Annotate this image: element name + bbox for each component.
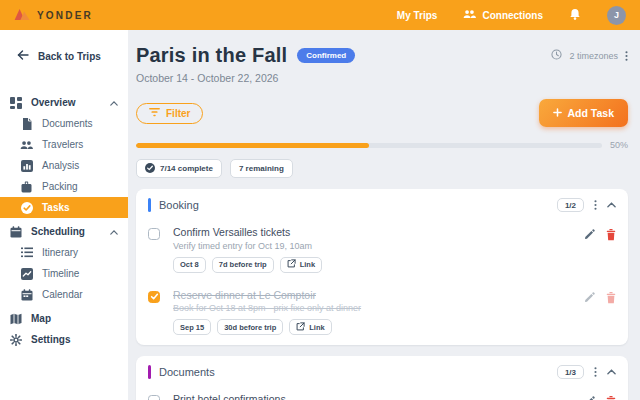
task-title: Print hotel confirmations [173,393,584,400]
edit-task-button[interactable] [584,292,595,303]
delete-task-button[interactable] [606,229,616,241]
task-title: Confirm Versailles tickets [173,226,584,238]
task-link-badge[interactable]: Link [289,319,331,335]
sidebar-nav: Overview Documents Travelers [0,92,128,350]
arrow-left-icon [17,50,29,62]
section-title: Booking [159,199,199,211]
sidebar-item-settings[interactable]: Settings [0,329,128,350]
edit-task-button[interactable] [584,396,595,400]
section-count-badge: 1/3 [557,365,584,379]
section-collapse-button[interactable] [607,369,616,375]
complete-badge: 7/14 complete [136,159,222,178]
main-content: Paris in the Fall Confirmed 2 timezones … [128,30,640,400]
progress-bar: 50% [136,140,628,150]
plus-icon [553,107,562,119]
task-checkbox[interactable] [148,395,160,400]
map-icon [9,313,22,325]
section-accent-bar [148,365,151,379]
section-collapse-button[interactable] [607,202,616,208]
header-kebab-menu[interactable] [625,50,628,62]
section-card-booking: Booking 1/2 Confirm Versailles tickets [136,189,628,345]
task-reminder-badge: 7d before trip [212,257,274,273]
task-row: Reserve dinner at Le Comptoir Book for O… [136,280,628,343]
add-task-button[interactable]: Add Task [539,99,628,127]
trip-dates: October 14 - October 22, 2026 [136,72,628,84]
people-icon [20,140,33,150]
sidebar-item-timeline[interactable]: Timeline [0,263,128,284]
sidebar-item-analysis[interactable]: Analysis [0,155,128,176]
chevron-up-icon [110,226,118,237]
task-date-badge: Sep 15 [173,319,211,335]
back-to-trips-button[interactable]: Back to Trips [0,46,128,66]
briefcase-icon [20,181,33,193]
nav-my-trips[interactable]: My Trips [397,10,438,21]
sidebar-item-map[interactable]: Map [0,308,128,329]
gear-icon [9,334,22,346]
timeline-icon [20,268,33,280]
people-icon [463,9,476,21]
brand-name: YONDER [37,10,93,21]
task-checkbox-checked[interactable] [148,291,160,303]
progress-track [136,143,602,148]
section-card-documents: Documents 1/3 Print hotel confirmations [136,356,628,400]
timezones-label: 2 timezones [569,51,618,61]
chart-icon [20,160,33,172]
calendar-icon [20,289,33,301]
edit-task-button[interactable] [584,229,595,240]
sidebar-item-travelers[interactable]: Travelers [0,134,128,155]
task-date-badge: Oct 8 [173,257,206,273]
nav-connections[interactable]: Connections [463,9,543,21]
task-row: Print hotel confirmations Print backup c… [136,384,628,400]
bell-icon [569,8,581,23]
sidebar-item-tasks[interactable]: Tasks [0,197,128,218]
notifications-button[interactable] [569,8,581,23]
task-title: Reserve dinner at Le Comptoir [173,289,584,301]
delete-task-button[interactable] [606,396,616,400]
sidebar-item-itinerary[interactable]: Itinerary [0,242,128,263]
mountain-logo-icon [14,6,30,24]
sidebar-item-overview[interactable]: Overview [0,92,128,113]
external-link-icon [287,259,296,270]
calendar-icon [9,226,22,238]
sidebar-item-documents[interactable]: Documents [0,113,128,134]
progress-fill [136,143,369,148]
task-checkbox[interactable] [148,228,160,240]
funnel-icon [149,108,160,119]
section-kebab-menu[interactable] [594,199,597,211]
task-description: Book for Oct 18 at 8pm - prix fixe only … [173,303,584,313]
check-circle-icon [20,202,33,214]
list-icon [20,247,33,258]
section-count-badge: 1/2 [557,198,584,212]
file-icon [20,118,33,130]
brand: YONDER [14,6,93,24]
task-description: Verify timed entry for Oct 19, 10am [173,241,584,251]
dashboard-grid-icon [9,97,22,109]
section-kebab-menu[interactable] [594,366,597,378]
progress-percent: 50% [610,140,628,150]
avatar[interactable]: J [607,6,626,25]
sidebar-item-calendar[interactable]: Calendar [0,284,128,305]
section-accent-bar [148,198,151,212]
task-reminder-badge: 30d before trip [217,319,283,335]
filter-button[interactable]: Filter [136,103,203,124]
clock-icon [551,49,562,62]
delete-task-button[interactable] [606,292,616,304]
sidebar: Back to Trips Overview Documents [0,30,128,400]
sidebar-item-packing[interactable]: Packing [0,176,128,197]
sidebar-item-scheduling[interactable]: Scheduling [0,221,128,242]
page-title: Paris in the Fall [136,44,287,67]
top-bar: YONDER My Trips Connections J [0,0,640,30]
section-title: Documents [159,366,215,378]
remaining-badge: 7 remaining [230,159,293,178]
task-link-badge[interactable]: Link [280,257,322,273]
task-row: Confirm Versailles tickets Verify timed … [136,217,628,280]
chevron-up-icon [110,97,118,108]
status-badge: Confirmed [297,48,355,63]
check-circle-icon [145,163,155,175]
external-link-icon [296,322,305,333]
